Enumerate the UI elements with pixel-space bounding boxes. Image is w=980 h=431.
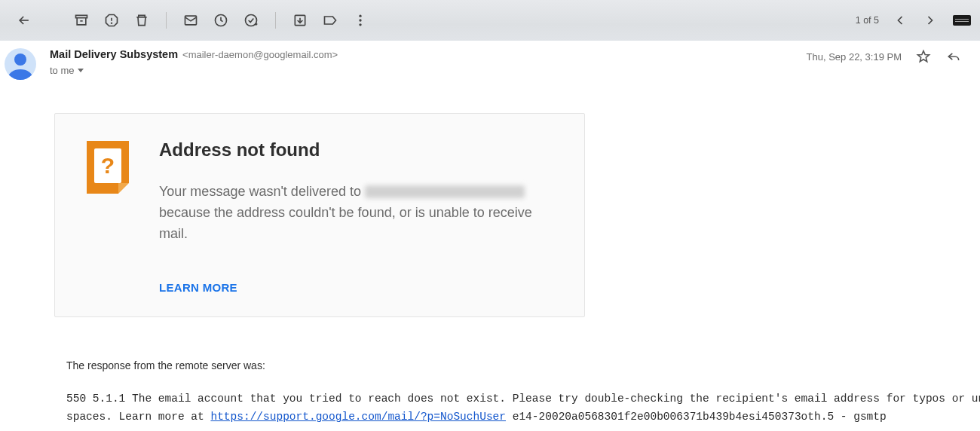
smtp-line2-pre: spaces. Learn more at [66, 411, 210, 423]
spam-icon[interactable] [96, 5, 127, 35]
keyboard-icon[interactable] [953, 15, 971, 26]
to-line-label: to me [50, 65, 75, 76]
chevron-down-icon [78, 69, 84, 72]
smtp-response: 550 5.1.1 The email account that you tri… [66, 390, 962, 426]
mark-unread-icon[interactable] [176, 5, 206, 35]
svg-marker-13 [918, 51, 929, 62]
next-icon[interactable] [915, 5, 945, 35]
separator [166, 12, 167, 29]
notice-text: Your message wasn't delivered to because… [159, 182, 553, 245]
response-intro: The response from the remote server was: [66, 359, 962, 371]
notice-text-post: because the address couldn't be found, o… [159, 205, 532, 241]
delete-icon[interactable] [127, 5, 157, 35]
smtp-support-link[interactable]: https://support.google.com/mail/?p=NoSuc… [210, 411, 506, 423]
sender-name: Mail Delivery Subsystem [50, 48, 178, 60]
archive-icon[interactable] [66, 5, 96, 35]
message-container: Mail Delivery Subsystem <mailer-daemon@g… [0, 41, 980, 426]
svg-point-12 [359, 23, 361, 26]
labels-icon[interactable] [315, 5, 345, 35]
svg-point-11 [359, 19, 361, 21]
back-icon[interactable] [9, 5, 39, 35]
header-actions: Thu, Sep 22, 3:19 PM [807, 48, 962, 65]
notice-text-pre: Your message wasn't delivered to [159, 184, 365, 199]
prev-icon[interactable] [885, 5, 915, 35]
recipient-dropdown[interactable]: to me [50, 65, 338, 76]
sender-block: Mail Delivery Subsystem <mailer-daemon@g… [50, 48, 338, 76]
smtp-line2-post: e14-20020a0568301f2e00b006371b439b4esi45… [506, 411, 887, 423]
more-icon[interactable] [345, 5, 375, 35]
snooze-icon[interactable] [206, 5, 236, 35]
svg-point-3 [112, 23, 112, 23]
smtp-line1: 550 5.1.1 The email account that you tri… [66, 393, 980, 405]
message-header: Mail Delivery Subsystem <mailer-daemon@g… [5, 48, 962, 80]
sender-address: <mailer-daemon@googlemail.com> [182, 49, 338, 60]
redacted-email [365, 185, 525, 198]
message-counter: 1 of 5 [856, 15, 879, 26]
notice-title: Address not found [159, 139, 553, 160]
bounce-notice: ? Address not found Your message wasn't … [54, 113, 585, 317]
message-body: ? Address not found Your message wasn't … [5, 80, 962, 426]
avatar[interactable] [5, 48, 36, 80]
question-file-icon: ? [87, 141, 129, 194]
message-toolbar: 1 of 5 [0, 0, 980, 41]
add-to-tasks-icon[interactable] [236, 5, 266, 35]
svg-point-10 [359, 15, 361, 17]
learn-more-link[interactable]: LEARN MORE [159, 281, 553, 294]
star-icon[interactable] [915, 48, 932, 65]
separator [275, 12, 276, 29]
svg-rect-0 [76, 15, 87, 17]
move-to-icon[interactable] [285, 5, 315, 35]
timestamp: Thu, Sep 22, 3:19 PM [807, 51, 902, 63]
reply-icon[interactable] [945, 48, 962, 65]
